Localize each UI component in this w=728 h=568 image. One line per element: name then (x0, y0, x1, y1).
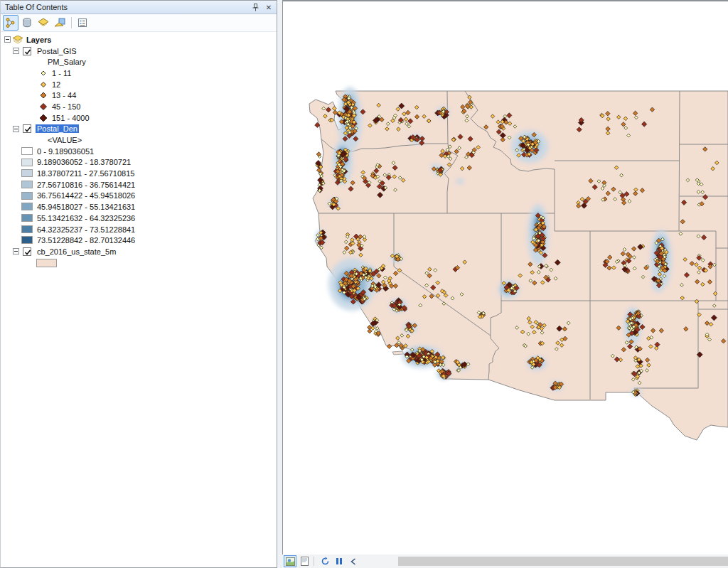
pin-icon[interactable] (250, 2, 261, 12)
list-by-selection-button[interactable] (52, 15, 68, 31)
polygon-swatch[interactable] (36, 259, 57, 267)
map-viewport[interactable] (282, 0, 728, 554)
pause-drawing-button[interactable] (333, 555, 346, 567)
raster-class-swatch (21, 181, 33, 188)
toc-title: Table Of Contents (5, 3, 250, 11)
tree-item-postal_gis[interactable]: Postal_GIS (36, 47, 78, 55)
expand-collapse-box[interactable] (13, 126, 19, 132)
raster-class-swatch (21, 203, 33, 210)
viewbar-separator (314, 557, 314, 566)
raster-class-swatch (21, 214, 33, 222)
point-class-symbol (38, 80, 49, 90)
table-of-contents-panel: Table Of Contents ✕ LayersPostal_GISPM_S… (0, 0, 277, 568)
refresh-button[interactable] (318, 555, 331, 567)
raster-class-swatch (21, 236, 33, 244)
raster-class-swatch (21, 192, 33, 200)
toolbar-separator (71, 17, 72, 28)
list-by-drawing-order-button[interactable] (3, 15, 18, 31)
layers-icon (13, 36, 23, 45)
legend-class-label: 12 (50, 80, 62, 89)
arcmap-window: Table Of Contents ✕ LayersPostal_GISPM_S… (0, 0, 728, 568)
expand-collapse-box[interactable] (4, 36, 11, 43)
legend-class-label: 45 - 150 (50, 102, 82, 111)
legend-class-label: 9.189036052 - 18.3780721 (36, 158, 132, 166)
raster-class-swatch (21, 225, 33, 233)
expand-collapse-box[interactable] (13, 48, 19, 54)
point-class-symbol (38, 69, 49, 79)
layout-view-button[interactable] (298, 555, 311, 567)
list-by-source-button[interactable] (19, 15, 35, 31)
legend-field-label: PM_Salary (46, 58, 87, 66)
horizontal-scrollbar[interactable] (398, 557, 728, 566)
raster-class-swatch (21, 147, 33, 155)
toc-titlebar: Table Of Contents ✕ (1, 1, 277, 14)
legend-class-label: 1 - 11 (50, 69, 73, 77)
point-class-symbol (38, 91, 49, 101)
point-class-symbol (38, 114, 49, 124)
expand-collapse-box[interactable] (13, 248, 19, 254)
legend-class-label: 18.37807211 - 27.56710815 (36, 169, 136, 178)
legend-class-label: 151 - 4000 (50, 114, 91, 122)
map-canvas[interactable] (283, 1, 728, 554)
toc-toolbar (1, 14, 277, 32)
panel-splitter[interactable] (277, 0, 282, 568)
tree-item-cb_2016_us_state_5m[interactable]: cb_2016_us_state_5m (36, 247, 117, 256)
legend-class-label: 64.32325237 - 73.51228841 (36, 225, 136, 234)
view-toolbar (282, 554, 728, 568)
legend-class-label: 45.94518027 - 55.13421631 (36, 203, 136, 211)
scrollbar-thumb[interactable] (398, 557, 728, 566)
layer-visibility-checkbox[interactable] (23, 124, 31, 133)
toc-layer-tree: LayersPostal_GISPM_Salary1 - 111213 - 44… (1, 32, 277, 268)
raster-class-swatch (21, 169, 33, 177)
scroll-left-arrow-button[interactable] (347, 555, 360, 567)
legend-field-label: <VALUE> (46, 136, 83, 144)
raster-class-swatch (21, 159, 33, 166)
legend-class-label: 13 - 44 (50, 91, 77, 100)
legend-class-label: 27.56710816 - 36.75614421 (36, 181, 136, 189)
close-icon[interactable]: ✕ (263, 2, 274, 12)
legend-class-label: 55.13421632 - 64.32325236 (36, 214, 136, 223)
point-class-symbol (38, 102, 49, 112)
tree-item-postal_den[interactable]: Postal_Den (36, 124, 79, 133)
tree-item-layers[interactable]: Layers (25, 36, 53, 44)
legend-class-label: 36.75614422 - 45.94518026 (36, 191, 136, 200)
legend-class-label: 73.51228842 - 82.70132446 (36, 236, 136, 245)
data-view-button[interactable] (284, 555, 296, 567)
layer-visibility-checkbox[interactable] (23, 47, 31, 55)
layer-visibility-checkbox[interactable] (23, 247, 31, 256)
list-by-visibility-button[interactable] (36, 15, 51, 31)
options-button[interactable] (75, 15, 90, 31)
legend-class-label: 0 - 9.189036051 (36, 147, 95, 156)
